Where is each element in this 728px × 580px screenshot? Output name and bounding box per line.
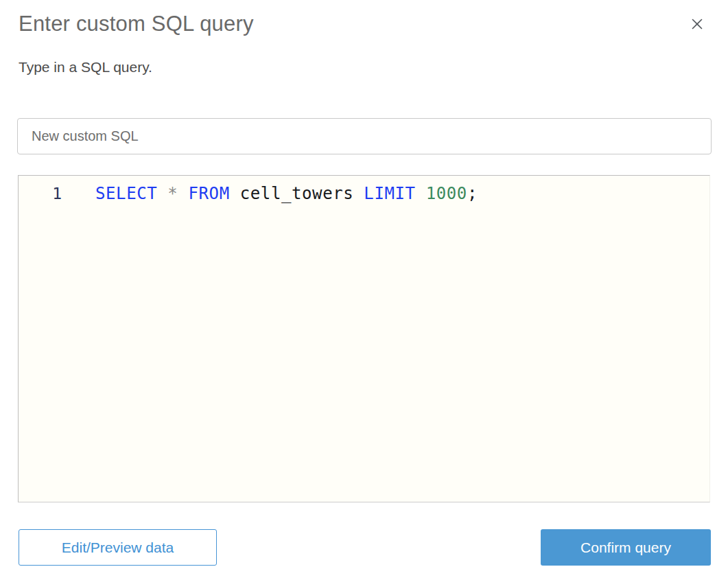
sql-token-plain [230, 184, 240, 203]
sql-code-line[interactable]: SELECT * FROM cell_towers LIMIT 1000; [95, 184, 478, 203]
query-name-input[interactable] [17, 118, 712, 154]
sql-token-plain [353, 184, 364, 203]
sql-token-plain [157, 184, 167, 203]
sql-editor[interactable]: 1 SELECT * FROM cell_towers LIMIT 1000; [18, 175, 710, 502]
dialog-title: Enter custom SQL query [19, 12, 254, 36]
close-icon [690, 17, 704, 31]
sql-token-keyword: LIMIT [364, 184, 415, 203]
dialog-subtitle: Type in a SQL query. [19, 59, 152, 76]
custom-sql-dialog: Enter custom SQL query Type in a SQL que… [0, 0, 728, 580]
sql-token-plain [178, 184, 188, 203]
sql-token-plain: ; [467, 184, 478, 203]
line-number: 1 [19, 185, 62, 202]
sql-token-number: 1000 [426, 184, 467, 203]
edit-preview-data-button[interactable]: Edit/Preview data [19, 529, 217, 566]
code-line: 1 SELECT * FROM cell_towers LIMIT 1000; [19, 176, 709, 203]
sql-token-keyword: FROM [188, 184, 229, 203]
sql-token-identifier: cell_towers [240, 184, 354, 203]
sql-token-plain [416, 184, 426, 203]
confirm-query-button[interactable]: Confirm query [541, 529, 711, 566]
close-button[interactable] [687, 14, 707, 34]
sql-token-keyword: SELECT [95, 184, 157, 203]
sql-token-operator: * [167, 184, 178, 203]
